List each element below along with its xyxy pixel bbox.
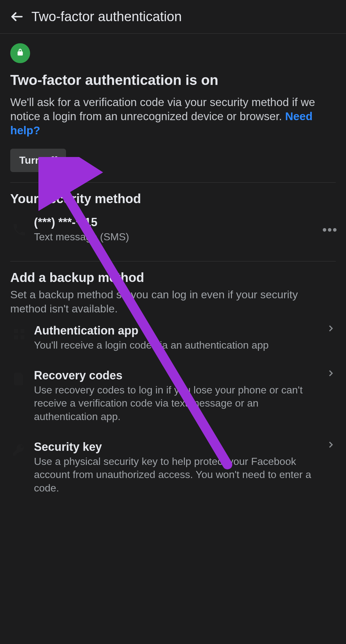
security-method-phone: (***) ***-**15	[34, 216, 322, 229]
content-area: Two-factor authentication is on We'll as…	[0, 34, 346, 503]
security-method-heading: Your security method	[10, 192, 336, 206]
backup-heading: Add a backup method	[10, 270, 336, 285]
auth-app-icon	[10, 325, 28, 343]
backup-item-title: Security key	[34, 440, 323, 454]
backup-item-sub: Use recovery codes to log in if you lose…	[34, 384, 323, 424]
status-heading: Two-factor authentication is on	[10, 72, 336, 88]
chevron-right-icon	[326, 440, 336, 450]
chevron-right-icon	[326, 369, 336, 379]
backup-item-recovery-codes[interactable]: Recovery codes Use recovery codes to log…	[10, 360, 336, 432]
header-bar: Two-factor authentication	[0, 0, 346, 34]
phone-icon	[10, 221, 28, 239]
backup-item-title: Recovery codes	[34, 369, 323, 382]
more-options-icon[interactable]: •••	[322, 223, 336, 237]
chevron-right-icon	[326, 324, 336, 334]
back-arrow-icon[interactable]	[10, 9, 24, 24]
backup-description: Set a backup method so you can log in ev…	[10, 287, 336, 316]
page-title: Two-factor authentication	[31, 9, 182, 24]
document-icon	[10, 370, 28, 388]
lock-icon	[16, 48, 25, 58]
key-icon	[10, 442, 28, 459]
security-method-text: (***) ***-**15 Text message (SMS)	[28, 216, 322, 244]
security-method-label: Text message (SMS)	[34, 230, 322, 244]
backup-item-sub: Use a physical security key to help prot…	[34, 455, 323, 495]
divider	[10, 182, 336, 183]
turn-off-button[interactable]: Turn off	[10, 149, 66, 172]
security-method-row[interactable]: (***) ***-**15 Text message (SMS) •••	[10, 209, 336, 251]
status-description: We'll ask for a verification code via yo…	[10, 95, 336, 137]
backup-item-sub: You'll receive a login code via an authe…	[34, 339, 323, 352]
status-description-text: We'll ask for a verification code via yo…	[10, 96, 315, 122]
backup-item-title: Authentication app	[34, 324, 323, 337]
backup-item-security-key[interactable]: Security key Use a physical security key…	[10, 432, 336, 503]
backup-item-auth-app[interactable]: Authentication app You'll receive a logi…	[10, 316, 336, 360]
lock-status-badge	[10, 43, 30, 63]
divider	[10, 261, 336, 261]
